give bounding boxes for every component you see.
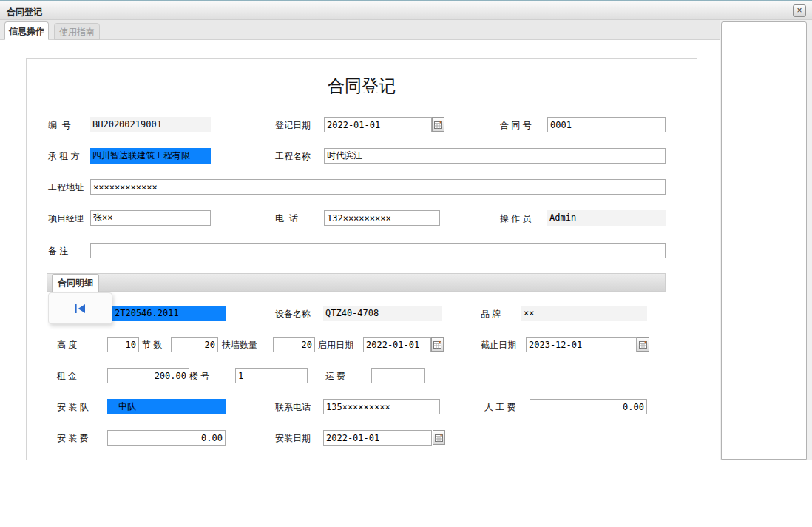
reg-date-calendar-icon[interactable]: [432, 117, 444, 132]
first-record-icon: [75, 304, 86, 313]
tab-info-operation[interactable]: 信息操作: [4, 21, 49, 40]
first-record-button[interactable]: [48, 292, 112, 324]
project-address-label: 工程地址: [48, 181, 84, 194]
operator-label: 操 作 员: [500, 212, 532, 225]
right-side-panel: [721, 21, 807, 460]
reg-date-label: 登记日期: [275, 119, 311, 132]
lessee-label: 承 租 方: [48, 150, 80, 163]
tab-contract-detail[interactable]: 合同明细: [52, 274, 99, 292]
remark-label: 备 注: [48, 245, 68, 258]
close-icon[interactable]: ×: [793, 4, 806, 17]
install-date-input[interactable]: [323, 430, 432, 446]
start-date-calendar-icon[interactable]: [431, 337, 444, 352]
labor-fee-input[interactable]: [530, 399, 647, 414]
contact-phone-label: 联系电话: [275, 401, 311, 414]
operator-field[interactable]: [547, 210, 666, 226]
start-date-input[interactable]: [363, 337, 431, 352]
remark-input[interactable]: [90, 243, 666, 258]
install-date-calendar-icon[interactable]: [433, 430, 445, 445]
brand-label: 品 牌: [481, 308, 501, 320]
install-fee-label: 安 装 费: [57, 432, 89, 445]
main-tabbar: [0, 20, 720, 40]
install-team-field-selected[interactable]: 一中队: [107, 399, 226, 414]
install-fee-input[interactable]: [107, 430, 226, 446]
rent-label: 租 金: [57, 370, 77, 383]
install-team-label: 安 装 队: [57, 401, 89, 414]
number-label: 编 号: [48, 119, 71, 132]
start-date-label: 启用日期: [318, 339, 353, 352]
project-address-input[interactable]: [90, 179, 666, 195]
form-title: 合同登记: [26, 75, 697, 98]
reg-date-input[interactable]: [324, 117, 432, 132]
screen: 合同登记 × 信息操作 使用指南 合同登记 编 号 登记日期 合 同 号 承 租…: [0, 0, 812, 527]
lessee-field-selected[interactable]: 四川智达联建筑工程有限: [90, 148, 211, 164]
tab-user-guide[interactable]: 使用指南: [54, 23, 100, 40]
end-date-label: 截止日期: [481, 339, 516, 352]
height-input[interactable]: [107, 337, 139, 352]
number-field[interactable]: [90, 117, 211, 132]
end-date-input[interactable]: [526, 337, 637, 352]
project-name-input[interactable]: [324, 148, 666, 164]
contact-phone-input[interactable]: [323, 399, 440, 414]
project-manager-label: 项目经理: [48, 212, 84, 225]
contract-no-input[interactable]: [547, 117, 666, 132]
phone-label: 电 话: [275, 212, 298, 225]
labor-fee-label: 人 工 费: [484, 401, 516, 414]
brand-field[interactable]: [521, 306, 647, 321]
dialog-title: 合同登记: [7, 6, 42, 19]
install-date-label: 安装日期: [275, 432, 311, 445]
project-name-label: 工程名称: [275, 150, 311, 163]
phone-input[interactable]: [324, 210, 440, 226]
device-name-field[interactable]: [323, 306, 442, 321]
device-no-field-selected[interactable]: 2T20546.2011: [96, 306, 226, 321]
building-no-input[interactable]: [235, 368, 308, 383]
device-name-label: 设备名称: [275, 308, 311, 320]
detail-tabbar: [47, 273, 666, 292]
wall-braces-input[interactable]: [273, 337, 315, 352]
freight-input[interactable]: [371, 368, 425, 383]
page-background: [0, 461, 812, 527]
building-no-label: 楼 号: [189, 370, 209, 383]
dialog-titlebar: 合同登记 ×: [0, 1, 812, 20]
freight-label: 运 费: [325, 370, 345, 383]
sections-input[interactable]: [171, 337, 218, 352]
end-date-calendar-icon[interactable]: [637, 337, 649, 352]
sections-label: 节 数: [142, 339, 162, 352]
wall-braces-label: 扶墙数量: [222, 339, 257, 352]
rent-input[interactable]: [107, 368, 189, 383]
contract-no-label: 合 同 号: [500, 119, 532, 132]
height-label: 高 度: [57, 339, 77, 352]
contract-dialog: 合同登记 × 信息操作 使用指南 合同登记 编 号 登记日期 合 同 号 承 租…: [0, 0, 812, 460]
project-manager-input[interactable]: [90, 210, 211, 226]
